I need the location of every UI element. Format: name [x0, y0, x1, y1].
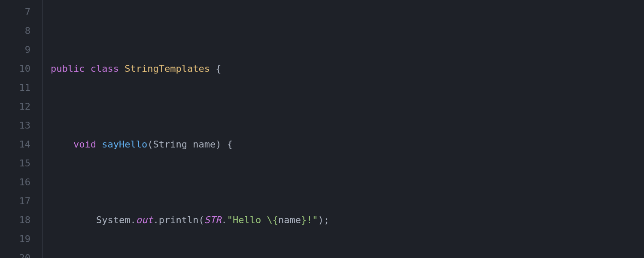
code-area[interactable]: public class StringTemplates { void sayH… — [43, 0, 500, 258]
line-number: 14 — [0, 135, 30, 154]
code-line: void sayHello(String name) { — [51, 135, 500, 154]
dot: . — [130, 215, 136, 225]
line-number-gutter: 7 8 9 10 11 12 13 14 15 16 17 18 19 20 — [0, 0, 43, 258]
code-editor[interactable]: 7 8 9 10 11 12 13 14 15 16 17 18 19 20 p… — [0, 0, 644, 258]
brace-open: { — [227, 139, 233, 150]
line-number: 7 — [0, 3, 30, 22]
dot: . — [221, 215, 227, 225]
line-number: 15 — [0, 154, 30, 173]
template-processor-str: STR — [204, 215, 222, 225]
line-number: 17 — [0, 192, 30, 211]
line-number: 18 — [0, 211, 30, 230]
class-name: StringTemplates — [125, 63, 210, 74]
line-number: 11 — [0, 78, 30, 97]
string-escape-close: } — [301, 215, 307, 225]
param-name: name — [193, 139, 216, 150]
type-string: String — [153, 139, 187, 150]
paren-open: ( — [147, 139, 153, 150]
code-line: public class StringTemplates { — [51, 59, 500, 78]
string-literal: "Hello — [227, 215, 267, 225]
keyword-class: class — [91, 63, 119, 74]
line-number: 8 — [0, 22, 30, 40]
line-number: 12 — [0, 97, 30, 116]
keyword-void: void — [73, 139, 96, 150]
line-number: 9 — [0, 40, 30, 59]
paren-open: ( — [198, 215, 204, 225]
method-println: println — [159, 215, 199, 225]
line-number: 13 — [0, 116, 30, 135]
paren-close: ) — [318, 215, 324, 225]
method-name: sayHello — [102, 139, 147, 150]
paren-close: ) — [216, 139, 221, 150]
field-out: out — [136, 215, 153, 225]
brace-open: { — [216, 63, 221, 74]
class-system: System — [96, 215, 130, 225]
string-literal: !" — [307, 215, 318, 225]
line-number: 20 — [0, 249, 30, 258]
identifier-name: name — [278, 215, 301, 225]
keyword-public: public — [51, 63, 85, 74]
semicolon: ; — [324, 215, 329, 225]
string-escape-open: \{ — [267, 215, 278, 225]
line-number: 10 — [0, 59, 30, 78]
line-number: 16 — [0, 173, 30, 192]
dot: . — [153, 215, 158, 225]
code-line: System.out.println(STR."Hello \{name}!")… — [51, 211, 500, 230]
line-number: 19 — [0, 230, 30, 249]
